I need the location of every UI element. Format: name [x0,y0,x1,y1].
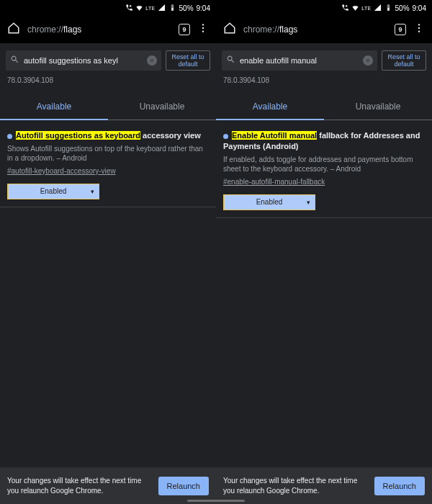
wifi-icon [135,4,143,13]
battery-percent: 50% [179,4,194,12]
reset-all-button[interactable]: Reset all to default [166,50,210,71]
search-input[interactable]: enable autofill manual [222,50,377,71]
flag-title: Autofill suggestions as keyboard accesso… [7,130,209,141]
call-forward-icon [125,4,133,13]
chrome-version: 78.0.3904.108 [216,76,432,89]
svg-point-2 [202,30,204,32]
lte-label: LTE [361,6,371,11]
relaunch-bar: Your changes will take effect the next t… [0,467,216,504]
tab-available[interactable]: Available [0,94,108,120]
relaunch-message: Your changes will take effect the next t… [7,476,151,495]
more-menu-icon[interactable] [413,22,425,37]
home-icon[interactable] [223,22,236,37]
flag-description: If enabled, adds toggle for addresses an… [223,155,425,174]
relaunch-message: Your changes will take effect the next t… [223,476,367,495]
reset-all-button[interactable]: Reset all to default [382,50,426,71]
search-icon [226,54,235,67]
flag-title: Enable Autofill manual fallback for Addr… [223,130,425,152]
url-bar[interactable]: chrome://flags [243,24,387,35]
flag-state-select[interactable]: Enabled [7,184,99,199]
svg-point-1 [202,27,204,29]
signal-icon [158,4,166,13]
browser-toolbar: chrome://flags 9 [0,16,216,43]
flags-page: enable autofill manual Reset all to defa… [216,43,432,504]
search-query: enable autofill manual [240,56,359,65]
flag-entry: Enable Autofill manual fallback for Addr… [216,120,432,218]
tab-count-button[interactable]: 9 [395,24,406,35]
nav-pill [187,500,245,502]
tabs: Available Unavailable [0,94,216,120]
relaunch-button[interactable]: Relaunch [374,477,425,495]
modified-dot-icon [7,134,12,139]
battery-percent: 50% [395,4,410,12]
clock-time: 9:04 [197,4,210,12]
search-input[interactable]: autofill suggestions as keyl [6,50,161,71]
flag-anchor-link[interactable]: #autofill-keyboard-accessory-view [7,167,116,175]
tab-unavailable[interactable]: Unavailable [324,94,432,120]
url-bar[interactable]: chrome://flags [27,24,171,35]
search-icon [10,54,19,67]
battery-icon [384,4,392,13]
svg-point-4 [418,27,420,29]
lte-label: LTE [145,6,155,11]
tab-count-button[interactable]: 9 [179,24,190,35]
relaunch-button[interactable]: Relaunch [158,477,209,495]
svg-point-5 [418,30,420,32]
wifi-icon [351,4,359,13]
home-icon[interactable] [7,22,20,37]
clear-search-icon[interactable] [147,55,157,66]
svg-point-3 [418,24,420,25]
clear-search-icon[interactable] [363,55,373,66]
flag-description: Shows Autofill suggestions on top of the… [7,144,209,163]
clock-time: 9:04 [413,4,426,12]
status-bar: LTE 50% 9:04 [0,0,216,16]
battery-icon [168,4,176,13]
flag-anchor-link[interactable]: #enable-autofill-manual-fallback [223,178,325,186]
browser-toolbar: chrome://flags 9 [216,16,432,43]
more-menu-icon[interactable] [197,22,209,37]
left-pane: LTE 50% 9:04 chrome://flags 9 autofill s… [0,0,216,504]
svg-point-0 [202,24,204,25]
flag-state-select[interactable]: Enabled [223,194,315,210]
flags-page: autofill suggestions as keyl Reset all t… [0,43,216,504]
flag-entry: Autofill suggestions as keyboard accesso… [0,120,216,207]
status-bar: LTE 50% 9:04 [216,0,432,16]
modified-dot-icon [223,134,228,139]
tab-available[interactable]: Available [216,94,324,120]
relaunch-bar: Your changes will take effect the next t… [216,467,432,504]
search-query: autofill suggestions as keyl [24,56,143,65]
tab-unavailable[interactable]: Unavailable [108,94,216,120]
tabs: Available Unavailable [216,94,432,120]
signal-icon [374,4,382,13]
right-pane: LTE 50% 9:04 chrome://flags 9 enable aut… [216,0,432,504]
call-forward-icon [341,4,349,13]
chrome-version: 78.0.3904.108 [0,76,216,89]
